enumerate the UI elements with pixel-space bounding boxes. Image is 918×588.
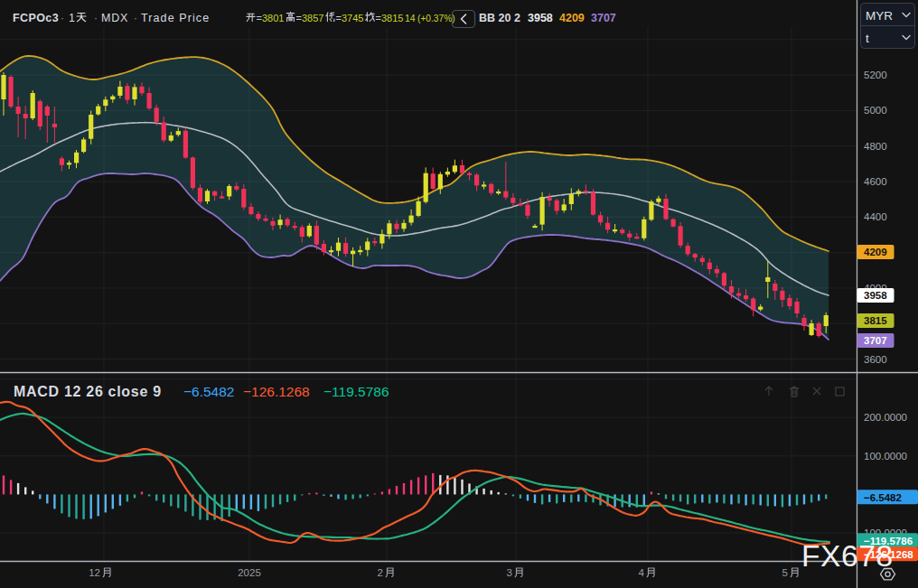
svg-text:=: =	[336, 13, 342, 23]
svg-text:t: t	[866, 32, 869, 45]
svg-text:·: ·	[61, 12, 64, 24]
svg-text:−119.5786: −119.5786	[323, 384, 389, 399]
svg-text:12: 12	[89, 567, 100, 578]
svg-text:−6.5482: −6.5482	[864, 492, 902, 503]
svg-text:3958: 3958	[528, 12, 553, 24]
svg-text:(+0.37%): (+0.37%)	[417, 14, 455, 23]
svg-text:3600: 3600	[864, 354, 887, 365]
svg-text:3857: 3857	[302, 13, 323, 23]
svg-text:4800: 4800	[864, 141, 887, 152]
svg-text:5000: 5000	[864, 105, 887, 116]
svg-text:=: =	[376, 13, 381, 23]
svg-text:3958: 3958	[864, 290, 887, 301]
svg-text:BB 20 2: BB 20 2	[479, 12, 520, 24]
svg-text:3815: 3815	[381, 13, 403, 23]
svg-text:3: 3	[507, 567, 512, 578]
svg-text:2: 2	[378, 567, 383, 578]
svg-text:MACD 12 26 close 9: MACD 12 26 close 9	[14, 384, 162, 399]
svg-text:4: 4	[639, 567, 645, 578]
svg-text:=: =	[296, 13, 302, 23]
svg-text:3745: 3745	[342, 13, 363, 23]
svg-text:FCPOc3: FCPOc3	[13, 12, 59, 24]
svg-text:5200: 5200	[864, 70, 887, 80]
svg-text:4400: 4400	[864, 211, 887, 222]
svg-text:MYR: MYR	[866, 9, 893, 23]
svg-text:14: 14	[405, 13, 416, 23]
svg-text:3707: 3707	[864, 335, 887, 346]
svg-text:−126.1268: −126.1268	[243, 384, 310, 399]
svg-text:2025: 2025	[238, 567, 261, 578]
svg-text:100.0000: 100.0000	[864, 451, 907, 462]
svg-text:FX678: FX678	[801, 539, 894, 573]
svg-text:Trade Price: Trade Price	[141, 12, 210, 24]
svg-text:4600: 4600	[864, 176, 887, 187]
svg-text:4209: 4209	[864, 247, 887, 257]
svg-text:·: ·	[94, 12, 98, 24]
svg-text:1: 1	[69, 12, 75, 24]
svg-text:·: ·	[134, 12, 137, 24]
svg-text:−6.5482: −6.5482	[183, 384, 234, 399]
svg-text:3815: 3815	[864, 315, 887, 326]
svg-text:3707: 3707	[591, 12, 616, 24]
svg-text:=: =	[257, 13, 262, 23]
svg-text:5: 5	[782, 567, 788, 578]
svg-text:200.0000: 200.0000	[864, 412, 907, 423]
svg-text:3801: 3801	[262, 13, 284, 23]
svg-text:4209: 4209	[559, 12, 585, 24]
svg-text:MDX: MDX	[101, 12, 128, 24]
